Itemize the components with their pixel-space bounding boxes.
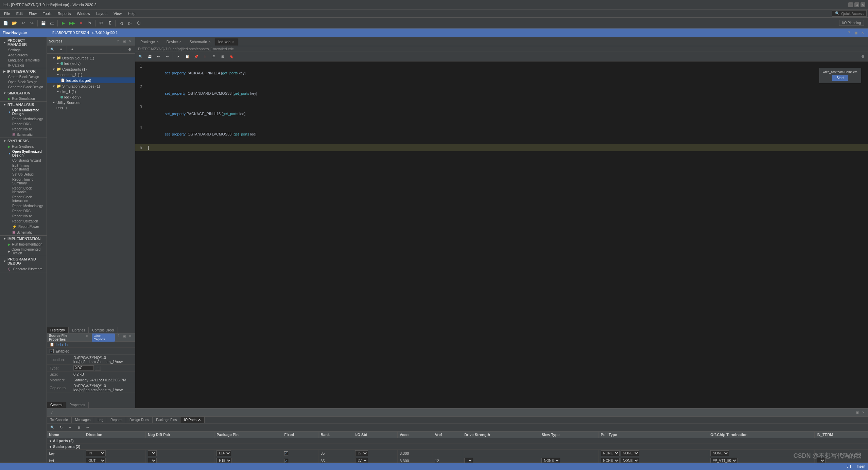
interm-select-led[interactable]	[817, 458, 826, 463]
dir-select-key[interactable]: IN OUT INOUT	[86, 450, 106, 456]
sources-restore-btn[interactable]: ▣	[121, 39, 127, 44]
constrs-group[interactable]: ▼ constrs_1 (1)	[47, 72, 135, 77]
close-device-tab[interactable]: ✕	[179, 40, 182, 43]
menu-help[interactable]: Help	[125, 11, 138, 16]
nav-lang-templates[interactable]: Language Templates	[0, 58, 47, 63]
nav-ip-integrator[interactable]: ▶ IP INTEGRATOR	[0, 68, 47, 74]
enabled-checkbox[interactable]: ✓	[50, 349, 54, 353]
open-btn[interactable]: 📂	[10, 19, 18, 27]
led-v-sim-item[interactable]: led (led.v)	[47, 94, 135, 100]
dir-select-led[interactable]: IN OUT INOUT	[86, 458, 106, 463]
btab-io-ports[interactable]: IO Ports ✕	[180, 417, 205, 423]
restore-btn[interactable]: ▣	[853, 30, 858, 36]
nav-synthesis[interactable]: ▼ SYNTHESIS	[0, 138, 47, 144]
add-source-btn[interactable]: +	[68, 46, 76, 54]
nav-program-debug[interactable]: ▼ PROGRAM AND DEBUG	[0, 256, 47, 266]
sim1-group[interactable]: ▼ sim_1 (1)	[47, 89, 135, 94]
pin-select-led[interactable]: H15	[216, 458, 232, 463]
bp-help-btn[interactable]: ?	[49, 410, 54, 415]
utility-sources-group[interactable]: ▼ Utility Sources	[47, 100, 135, 105]
neg-select-led[interactable]	[148, 458, 157, 463]
nav-report-clock-net[interactable]: Report Clock Networks	[0, 186, 47, 195]
bt-refresh-btn[interactable]: ↻	[57, 423, 65, 432]
save-btn[interactable]: 💾	[39, 19, 47, 27]
nav-run-sim[interactable]: ▶ Run Simulation	[0, 96, 47, 101]
save-all-btn[interactable]: 🗃	[48, 19, 56, 27]
btab-tcl-console[interactable]: Tcl Console	[47, 417, 72, 423]
close-header-btn[interactable]: ✕	[860, 30, 865, 36]
btab-reports[interactable]: Reports	[107, 417, 126, 423]
ed-paste-btn[interactable]: 📌	[192, 53, 200, 61]
sources-view-btn[interactable]: ≡	[57, 46, 65, 54]
sum-btn[interactable]: Σ	[106, 19, 114, 27]
sfp-help-btn[interactable]: ?	[116, 333, 121, 339]
nav-project-manager[interactable]: ▼ PROJECT MANAGER	[0, 37, 47, 48]
redo-btn[interactable]: ↪	[28, 19, 36, 27]
run-btn[interactable]: ▶	[59, 19, 67, 27]
nav-schematic-rtl[interactable]: ⊞ Schematic	[0, 132, 47, 138]
nav-simulation[interactable]: ▼ SIMULATION	[0, 90, 47, 96]
tab-libraries[interactable]: Libraries	[69, 327, 89, 333]
back-btn[interactable]: ◁	[117, 19, 125, 27]
tab-hierarchy[interactable]: Hierarchy	[47, 327, 69, 333]
nav-schematic-synth[interactable]: ⊞ Schematic	[0, 230, 47, 235]
menu-layout[interactable]: Layout	[93, 11, 110, 16]
ed-copy-btn[interactable]: 📋	[183, 53, 191, 61]
nav-report-noise-synth[interactable]: Report Noise	[0, 214, 47, 219]
ed-search-btn[interactable]: 🔍	[137, 53, 145, 61]
menu-file[interactable]: File	[1, 11, 13, 16]
bt-search-btn[interactable]: 🔍	[48, 423, 56, 432]
close-led-xdc-tab[interactable]: ✕	[232, 40, 235, 43]
tool-extra[interactable]: ⬡	[135, 19, 143, 27]
tab-schematic[interactable]: Schematic ✕	[186, 38, 214, 46]
bt-add-btn[interactable]: +	[66, 423, 74, 432]
nav-setup-debug[interactable]: Set Up Debug	[0, 172, 47, 177]
all-ports-group-row[interactable]: ▼ All ports (2)	[47, 438, 868, 444]
nav-create-block[interactable]: Create Block Design	[0, 74, 47, 79]
btab-package-pins[interactable]: Package Pins	[153, 417, 180, 423]
btab-messages[interactable]: Messages	[72, 417, 94, 423]
sources-settings-btn[interactable]: ⚙	[125, 46, 134, 54]
sfp-restore-btn[interactable]: ▣	[122, 333, 127, 339]
tab-compile-order[interactable]: Compile Order	[89, 327, 118, 333]
nav-gen-block[interactable]: Generate Block Design	[0, 85, 47, 90]
menu-reports[interactable]: Reports	[55, 11, 74, 16]
nav-report-methodology-rtl[interactable]: Report Methodology	[0, 116, 47, 122]
bp-close-btn[interactable]: ✕	[861, 410, 866, 415]
help-btn[interactable]: ?	[846, 30, 852, 36]
nav-report-drc-synth[interactable]: Report DRC	[0, 209, 47, 214]
clock-regions-btn[interactable]: Clock Regions	[92, 333, 115, 342]
stop-btn[interactable]: ■	[77, 19, 85, 27]
nav-report-timing-sum[interactable]: Report Timing Summary	[0, 177, 47, 186]
bt-expand-btn[interactable]: ⇔	[84, 423, 92, 432]
nav-run-synth[interactable]: ▶ Run Synthesis	[0, 144, 47, 149]
sim-sources-group[interactable]: ▼ 📁 Simulation Sources (1)	[47, 83, 135, 89]
type-input[interactable]	[73, 365, 94, 370]
nav-open-block[interactable]: Open Block Design	[0, 79, 47, 85]
nav-settings[interactable]: Settings	[0, 48, 47, 53]
fixed-check-led[interactable]: ✓	[284, 459, 288, 463]
close-io-ports-tab[interactable]: ✕	[198, 418, 201, 422]
ed-cut-btn[interactable]: ✂	[174, 53, 183, 61]
settings-btn[interactable]: ⚙	[97, 19, 105, 27]
led-xdc-item[interactable]: 📋 led.xdc (target)	[47, 77, 135, 83]
menu-window[interactable]: Window	[74, 11, 93, 16]
oct-select-key[interactable]: NONE	[710, 450, 729, 456]
slew-select-led[interactable]: NONE	[541, 458, 560, 463]
ed-undo-btn[interactable]: ↩	[154, 53, 162, 61]
close-btn[interactable]: ✕	[861, 2, 865, 7]
sfp-close2-btn[interactable]: ✕	[127, 333, 133, 339]
bp-restore-btn[interactable]: ▣	[854, 410, 860, 415]
close-schematic-tab[interactable]: ✕	[208, 40, 211, 43]
sources-help-btn[interactable]: ?	[115, 39, 121, 44]
tab-package[interactable]: Package ✕	[137, 38, 163, 46]
tab-device[interactable]: Device ✕	[163, 38, 186, 46]
maximize-btn[interactable]: □	[854, 2, 859, 7]
run-all-btn[interactable]: ▶▶	[68, 19, 76, 27]
led-v-item[interactable]: ▼ led (led.v)	[47, 61, 135, 66]
btab-log[interactable]: Log	[94, 417, 107, 423]
menu-edit[interactable]: Edit	[14, 11, 25, 16]
utils1-item[interactable]: utils_1	[47, 105, 135, 111]
pull-select-led[interactable]: NONE	[601, 458, 620, 463]
ed-comment-btn[interactable]: //	[210, 53, 218, 61]
